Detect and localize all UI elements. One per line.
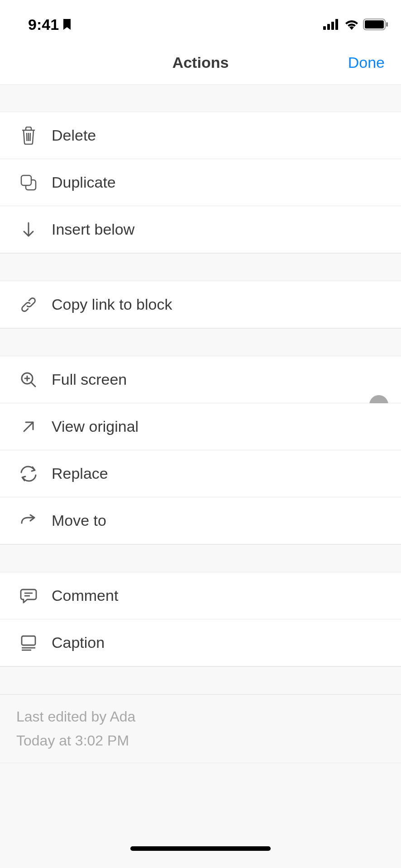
svg-rect-6 bbox=[386, 22, 388, 27]
status-time: 9:41 bbox=[28, 16, 59, 33]
content: Delete Duplicate Insert below bbox=[0, 85, 401, 763]
status-left: 9:41 bbox=[28, 16, 72, 33]
action-move-to[interactable]: Move to bbox=[0, 497, 401, 544]
action-insert-below[interactable]: Insert below bbox=[0, 206, 401, 253]
link-icon bbox=[19, 295, 38, 314]
action-copy-link[interactable]: Copy link to block bbox=[0, 281, 401, 328]
status-bar: 9:41 bbox=[0, 0, 401, 41]
action-label: Move to bbox=[52, 512, 106, 529]
timestamp-label: Today at 3:02 PM bbox=[16, 729, 385, 753]
bookmark-icon bbox=[62, 18, 72, 31]
action-duplicate[interactable]: Duplicate bbox=[0, 159, 401, 206]
action-label: Delete bbox=[52, 127, 96, 144]
action-label: Duplicate bbox=[52, 174, 116, 191]
spacer bbox=[0, 544, 401, 572]
svg-rect-19 bbox=[22, 636, 35, 645]
svg-rect-10 bbox=[21, 175, 31, 185]
action-full-screen[interactable]: Full screen bbox=[0, 356, 401, 403]
svg-line-9 bbox=[30, 133, 31, 141]
zoom-icon bbox=[19, 370, 38, 389]
copy-icon bbox=[19, 173, 38, 192]
done-button[interactable]: Done bbox=[348, 54, 385, 71]
status-right bbox=[323, 19, 388, 30]
arrow-up-right-icon bbox=[19, 417, 38, 436]
svg-rect-5 bbox=[365, 20, 384, 28]
comment-icon bbox=[19, 586, 38, 605]
action-replace[interactable]: Replace bbox=[0, 450, 401, 497]
svg-rect-1 bbox=[327, 24, 330, 30]
svg-rect-2 bbox=[331, 22, 334, 30]
action-delete[interactable]: Delete bbox=[0, 112, 401, 159]
action-caption[interactable]: Caption bbox=[0, 619, 401, 666]
page-title: Actions bbox=[172, 54, 229, 71]
action-label: Replace bbox=[52, 465, 108, 482]
svg-line-13 bbox=[31, 382, 35, 387]
spacer bbox=[0, 253, 401, 281]
spacer bbox=[0, 666, 401, 694]
svg-line-16 bbox=[24, 422, 33, 431]
wifi-icon bbox=[344, 19, 359, 30]
arrow-down-icon bbox=[19, 220, 38, 239]
cellular-icon bbox=[323, 19, 340, 30]
caption-icon bbox=[19, 633, 38, 652]
action-label: Comment bbox=[52, 587, 118, 604]
action-label: Full screen bbox=[52, 371, 127, 388]
action-label: Caption bbox=[52, 634, 105, 651]
home-indicator[interactable] bbox=[130, 846, 271, 851]
arrow-right-icon bbox=[19, 511, 38, 530]
action-label: Copy link to block bbox=[52, 296, 172, 313]
spacer bbox=[0, 85, 401, 112]
trash-icon bbox=[19, 126, 38, 145]
footer-info: Last edited by Ada Today at 3:02 PM bbox=[0, 694, 401, 763]
svg-rect-3 bbox=[335, 19, 338, 30]
action-comment[interactable]: Comment bbox=[0, 572, 401, 619]
header: Actions Done bbox=[0, 41, 401, 85]
sync-icon bbox=[19, 464, 38, 483]
action-label: View original bbox=[52, 418, 138, 435]
action-label: Insert below bbox=[52, 221, 134, 238]
svg-rect-0 bbox=[323, 26, 326, 30]
svg-line-7 bbox=[27, 133, 27, 141]
action-view-original[interactable]: View original bbox=[0, 403, 401, 450]
battery-icon bbox=[363, 19, 388, 30]
edited-by-label: Last edited by Ada bbox=[16, 705, 385, 729]
spacer bbox=[0, 328, 401, 356]
